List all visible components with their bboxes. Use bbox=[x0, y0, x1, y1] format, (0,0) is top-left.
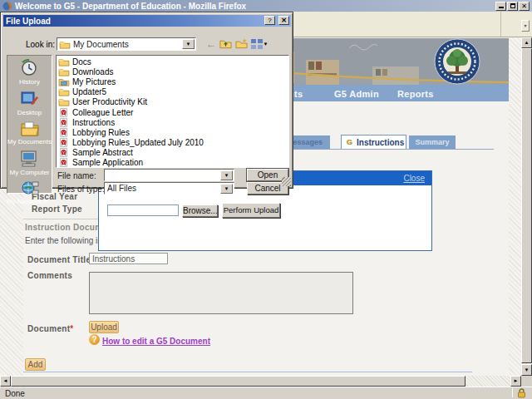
place-my-documents[interactable]: My Documents bbox=[7, 121, 52, 145]
horizontal-scrollbar-thumb[interactable] bbox=[11, 376, 466, 387]
upload-button[interactable]: Upload bbox=[89, 321, 119, 333]
look-in-label: Look in: bbox=[26, 40, 55, 49]
section-divider bbox=[23, 219, 98, 219]
perform-upload-button[interactable]: Perform Upload bbox=[222, 203, 280, 218]
folder-icon bbox=[58, 57, 70, 66]
folder-icon bbox=[58, 87, 70, 96]
scroll-left-arrow[interactable]: ◄ bbox=[0, 376, 11, 387]
dialog-titlebar: File Upload ? ✕ bbox=[3, 15, 291, 27]
dropdown-arrow[interactable]: ▼ bbox=[182, 39, 195, 49]
report-type-label: Report Type bbox=[32, 204, 82, 214]
files-of-type-dropdown[interactable]: All Files ▼ bbox=[104, 182, 234, 195]
tab-instructions-label: Instructions bbox=[357, 135, 404, 150]
comments-textarea[interactable] bbox=[89, 272, 353, 314]
vertical-scrollbar-thumb[interactable] bbox=[521, 48, 532, 363]
window-title: Welcome to G5 - Department of Education … bbox=[15, 2, 246, 11]
browse-button[interactable]: Browse... bbox=[182, 204, 218, 217]
place-my-network[interactable]: My Network P... bbox=[7, 180, 52, 205]
toolbar-separator bbox=[500, 12, 501, 37]
nav-item-g5-admin[interactable]: G5 Admin bbox=[334, 89, 379, 99]
bottom-divider bbox=[23, 372, 472, 372]
status-separator bbox=[512, 388, 513, 397]
dialog-title: File Upload bbox=[6, 17, 51, 26]
tab-summary[interactable]: Summary bbox=[409, 135, 456, 150]
history-clock-icon bbox=[20, 59, 38, 77]
my-network-icon bbox=[20, 180, 40, 197]
folder-icon bbox=[58, 97, 70, 106]
pdf-file-icon bbox=[58, 158, 70, 167]
dept-of-education-seal bbox=[435, 39, 480, 84]
scroll-down-arrow[interactable]: ▼ bbox=[521, 364, 532, 376]
pdf-file-icon bbox=[58, 108, 70, 117]
file-row[interactable]: Lobbying Rules_Updated July 2010 bbox=[58, 138, 288, 148]
firefox-icon bbox=[2, 2, 12, 11]
status-text: Done bbox=[5, 389, 25, 398]
scroll-up-arrow[interactable]: ▲ bbox=[521, 37, 532, 48]
how-to-edit-link[interactable]: How to edit a G5 Document bbox=[102, 337, 210, 346]
nav-item-reports[interactable]: Reports bbox=[397, 89, 434, 99]
file-list: Docs Downloads My Pictures Updater5 User… bbox=[56, 55, 289, 168]
file-upload-dialog: File Upload ? ✕ Look in: My Documents ▼ … bbox=[0, 12, 293, 189]
comments-label: Comments bbox=[27, 271, 72, 280]
pdf-file-icon bbox=[58, 138, 70, 147]
desktop-icon bbox=[20, 90, 38, 108]
pictures-folder-icon bbox=[58, 77, 70, 86]
pdf-file-icon bbox=[58, 118, 70, 127]
close-button[interactable]: ✕ bbox=[519, 2, 530, 11]
file-row[interactable]: My Pictures bbox=[58, 76, 288, 86]
security-padlock-icon bbox=[517, 388, 526, 398]
view-menu-icon[interactable]: ▼ bbox=[250, 37, 268, 50]
g5-tab-icon: G bbox=[347, 135, 352, 150]
place-my-computer[interactable]: My Computer bbox=[9, 150, 49, 176]
file-row[interactable]: Docs bbox=[58, 57, 288, 66]
add-button[interactable]: Add bbox=[25, 358, 46, 371]
look-in-value: My Documents bbox=[73, 40, 129, 49]
minimize-button[interactable] bbox=[495, 2, 506, 11]
vertical-scrollbar[interactable]: ▲ ▼ bbox=[521, 37, 532, 376]
modal-file-path-input[interactable] bbox=[107, 204, 179, 216]
dialog-close-button[interactable]: ✕ bbox=[278, 16, 289, 25]
dropdown-arrow[interactable]: ▼ bbox=[220, 170, 233, 180]
folder-icon bbox=[59, 40, 71, 49]
toolbar-overflow-button[interactable]: ▾ bbox=[521, 20, 530, 32]
pdf-file-icon bbox=[58, 148, 70, 157]
file-row[interactable]: Lobbying Rules bbox=[58, 127, 288, 137]
file-row[interactable]: Sample Application bbox=[58, 158, 288, 168]
scrollbar-corner bbox=[521, 376, 532, 387]
file-name-input[interactable]: ▼ bbox=[104, 169, 234, 181]
look-in-dropdown[interactable]: My Documents ▼ bbox=[57, 37, 196, 51]
tab-instructions[interactable]: G Instructions bbox=[341, 135, 406, 150]
my-computer-icon bbox=[19, 150, 39, 168]
pdf-file-icon bbox=[58, 128, 70, 137]
file-name-label: File name: bbox=[57, 171, 96, 180]
new-folder-icon[interactable] bbox=[234, 37, 248, 50]
modal-close-link[interactable]: Close bbox=[403, 174, 425, 183]
document-label: Document* bbox=[27, 324, 74, 333]
help-question-icon[interactable]: ? bbox=[89, 334, 100, 345]
restore-button[interactable] bbox=[507, 2, 518, 11]
file-row[interactable]: Downloads bbox=[58, 66, 288, 76]
required-asterisk: * bbox=[70, 324, 73, 333]
browser-titlebar: Welcome to G5 - Department of Education … bbox=[0, 0, 532, 12]
horizontal-scrollbar[interactable]: ◄ ► bbox=[0, 376, 521, 387]
status-bar: Done bbox=[0, 387, 532, 399]
file-row[interactable]: User Productivity Kit bbox=[58, 97, 288, 107]
file-row[interactable]: Sample Abstract bbox=[58, 148, 288, 158]
dialog-help-button[interactable]: ? bbox=[264, 16, 275, 25]
scroll-right-arrow[interactable]: ► bbox=[510, 376, 521, 387]
my-documents-icon bbox=[20, 121, 40, 137]
place-desktop[interactable]: Desktop bbox=[17, 90, 42, 116]
up-one-level-icon[interactable] bbox=[219, 37, 232, 50]
files-of-type-label: Files of type: bbox=[57, 185, 105, 194]
back-icon[interactable]: ← bbox=[204, 37, 218, 50]
place-history[interactable]: History bbox=[19, 59, 40, 86]
document-title-input[interactable] bbox=[89, 253, 168, 264]
resize-grip[interactable] bbox=[282, 177, 291, 186]
file-row[interactable]: Updater5 bbox=[58, 87, 288, 97]
dropdown-arrow[interactable]: ▼ bbox=[220, 184, 233, 194]
document-title-label: Document Title* bbox=[27, 255, 94, 264]
file-row[interactable]: Colleague Letter bbox=[58, 107, 288, 117]
folder-icon bbox=[58, 67, 70, 76]
file-row[interactable]: Instructions bbox=[58, 117, 288, 127]
places-sidebar: History Desktop My Documents bbox=[7, 55, 52, 194]
